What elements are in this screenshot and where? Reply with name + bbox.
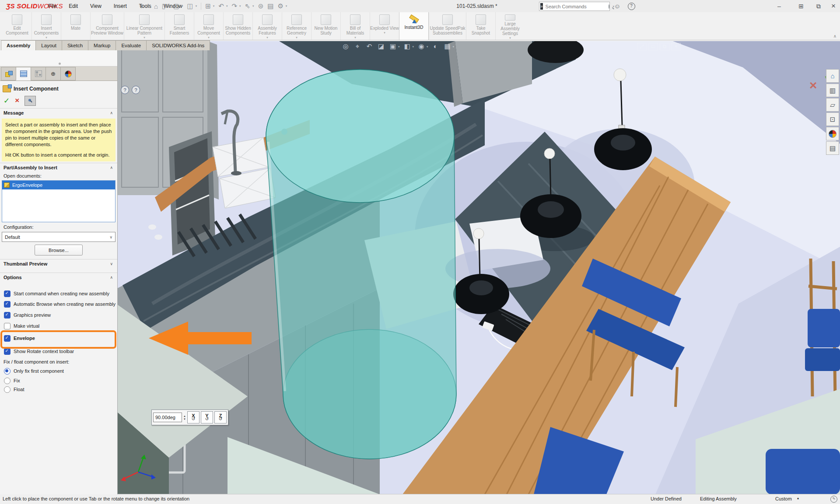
chevron-down-icon[interactable]: ▾ [427, 45, 428, 50]
ribbon-mate[interactable]: Mate [61, 12, 90, 40]
chevron-down-icon[interactable]: ▾ [144, 36, 145, 39]
ribbon-insert-components[interactable]: Insert Components▾ [32, 12, 61, 40]
user-account-button[interactable]: ☺ [611, 0, 624, 12]
tab-property-manager[interactable] [16, 67, 31, 80]
print-icon[interactable]: ⊞ [205, 2, 211, 10]
chevron-down-icon[interactable]: ▾ [252, 4, 254, 8]
rotate-z-button[interactable]: Z↺ [214, 411, 227, 424]
ribbon-new-motion-study[interactable]: New Motion Study [311, 12, 340, 40]
menu-file[interactable]: File [48, 3, 56, 9]
viewport-restore-icon[interactable]: ⧉ [660, 43, 669, 51]
edit-appearance-icon[interactable]: ◐ [431, 42, 440, 50]
ribbon-smart-fasteners[interactable]: Smart Fasteners [164, 12, 194, 40]
section-view-icon[interactable]: ◪ [377, 42, 385, 50]
redo-icon[interactable]: ↷ [231, 2, 237, 10]
spinner-up-icon[interactable]: ▲ [183, 415, 186, 417]
select-icon[interactable]: ⇖ [245, 2, 251, 10]
viewport-3d-scene[interactable] [117, 41, 840, 494]
chevron-down-icon[interactable]: ▾ [208, 36, 210, 39]
taskpane-file-explorer-button[interactable]: ▱ [826, 98, 839, 112]
chevron-down-icon[interactable]: ▾ [286, 4, 287, 8]
home-icon[interactable]: ⌂ [154, 3, 158, 10]
resize-button[interactable]: ⊞ [794, 0, 808, 12]
chevron-down-icon[interactable]: ▾ [509, 36, 511, 40]
properties-icon[interactable]: ▤ [267, 2, 273, 10]
ribbon-large-assembly-settings[interactable]: Large Assembly Settings▾ [495, 12, 525, 40]
section-options[interactable]: Options∧ [0, 273, 117, 282]
section-part-assembly-to-insert[interactable]: Part/Assembly to Insert∧ [0, 163, 117, 172]
checkbox-icon[interactable] [4, 312, 10, 318]
taskpane-design-library-button[interactable]: ▥ [826, 84, 839, 97]
rotate-y-button[interactable]: Y↺ [201, 411, 213, 424]
ergo-envelope-cylinder[interactable] [266, 70, 456, 459]
help-button[interactable]: ? [625, 0, 638, 12]
chevron-down-icon[interactable]: ▾ [453, 45, 455, 50]
zoom-area-icon[interactable]: ⌖ [353, 42, 362, 50]
ribbon-instant3d[interactable]: Instant3D [399, 12, 429, 40]
radio-icon[interactable] [4, 378, 10, 384]
previous-view-icon[interactable]: ↶ [365, 42, 374, 50]
confirm-cancel-icon[interactable]: × [809, 78, 817, 93]
list-item-ergoenvelope[interactable]: ErgoEnvelope [2, 181, 115, 189]
close-button[interactable]: × [827, 0, 840, 12]
menu-edit[interactable]: Edit [69, 3, 78, 9]
chevron-up-icon[interactable]: ∧ [110, 275, 113, 280]
chevron-down-icon[interactable]: ▾ [239, 4, 241, 8]
help-icon[interactable]: ? [132, 86, 140, 94]
section-message[interactable]: Message∧ [0, 108, 117, 117]
chevron-down-icon[interactable]: ▾ [354, 36, 356, 39]
rotate-angle-input[interactable]: 90.00deg [153, 413, 182, 422]
tab-assembly[interactable]: Assembly [1, 40, 36, 50]
viewport-pop-icon[interactable]: ⤢ [637, 43, 647, 51]
tab-layout[interactable]: Layout [35, 40, 62, 50]
option-graphics-preview[interactable]: Graphics preview [0, 311, 117, 319]
taskpane-home-button[interactable]: ⌂ [826, 69, 839, 83]
toggle-icon[interactable]: ⊜ [258, 2, 264, 10]
ribbon-exploded-view[interactable]: Exploded View▾ [370, 12, 399, 40]
chevron-down-icon[interactable]: ▾ [296, 36, 298, 39]
ribbon-take-snapshot[interactable]: Take Snapshot [466, 12, 495, 40]
tab-dimxpert-manager[interactable]: ⊕ [46, 67, 61, 80]
section-thumbnail-preview[interactable]: Thumbnail Preview∨ [0, 259, 117, 268]
radio-only-fix-first[interactable]: Only fix first component [0, 367, 117, 375]
chevron-up-icon[interactable]: ∧ [110, 165, 113, 170]
panel-splitter[interactable] [0, 50, 117, 66]
ribbon-component-preview-window[interactable]: Component Preview Window [90, 12, 124, 40]
tags-icon[interactable]: ✎ [830, 496, 837, 503]
settings-icon[interactable]: ⚙ [277, 2, 283, 10]
tab-evaluate[interactable]: Evaluate [116, 40, 147, 50]
taskpane-view-palette-button[interactable]: ⊡ [826, 112, 839, 126]
ribbon-reference-geometry[interactable]: Reference Geometry▾ [282, 12, 311, 40]
undo-icon[interactable]: ↶ [218, 2, 224, 10]
ribbon-update-speedpak[interactable]: Update SpeedPak Subassemblies [429, 12, 466, 40]
menu-view[interactable]: View [90, 3, 102, 9]
chevron-down-icon[interactable]: ▾ [46, 36, 47, 39]
taskpane-appearances-button[interactable] [826, 127, 839, 140]
checkbox-icon[interactable] [4, 301, 10, 308]
hide-show-items-icon[interactable]: ◉ [417, 42, 426, 50]
ribbon-edit-component[interactable]: Edit Component [3, 12, 32, 40]
option-automatic-browse[interactable]: Automatic Browse when creating new assem… [0, 300, 117, 308]
angle-spinner[interactable]: ▲ ▼ [183, 415, 186, 420]
push-pin-button[interactable] [24, 96, 36, 106]
minimize-button[interactable]: – [773, 0, 786, 12]
chevron-down-icon[interactable]: ▾ [413, 45, 414, 50]
option-start-command[interactable]: Start command when creating new assembly [0, 289, 117, 298]
checkbox-icon[interactable] [4, 323, 10, 329]
menu-insert[interactable]: Insert [114, 3, 127, 9]
ribbon-bill-of-materials[interactable]: Bill of Materials▾ [340, 12, 370, 40]
ribbon-move-component[interactable]: Move Component▾ [194, 12, 223, 40]
chevron-down-icon[interactable]: ▾ [213, 4, 215, 8]
pin-help-icon[interactable]: ? [121, 86, 129, 94]
chevron-down-icon[interactable]: ▾ [266, 36, 268, 39]
caret-up-icon[interactable]: ▴ [797, 496, 799, 500]
chevron-down-icon[interactable]: ▾ [168, 4, 169, 8]
radio-icon[interactable] [4, 368, 10, 374]
search-icon[interactable] [609, 4, 609, 9]
option-make-virtual[interactable]: Make virtual [0, 322, 117, 330]
search-commands-box[interactable]: » ▾ [539, 2, 610, 11]
status-custom[interactable]: Custom [775, 496, 792, 501]
chevron-up-icon[interactable]: ∧ [110, 111, 113, 115]
browse-button[interactable]: Browse... [35, 245, 83, 256]
ok-button[interactable]: ✓ [4, 96, 10, 105]
